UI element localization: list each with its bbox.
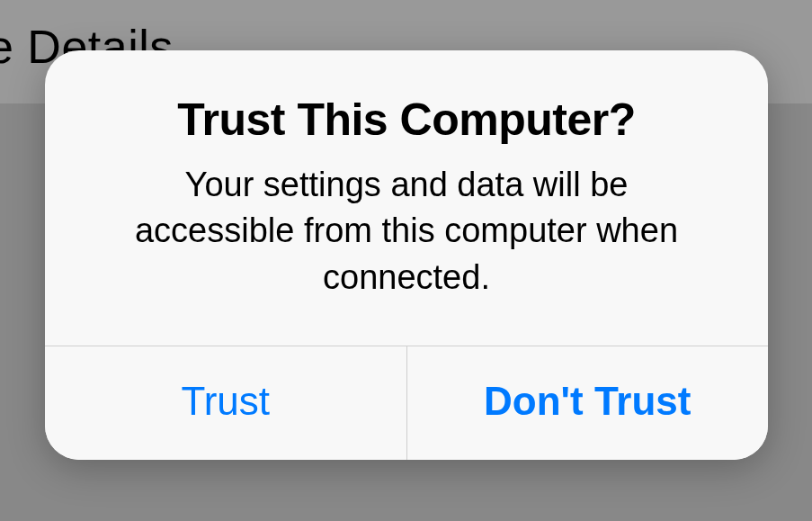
- dont-trust-button[interactable]: Don't Trust: [407, 346, 769, 460]
- trust-computer-dialog: Trust This Computer? Your settings and d…: [45, 50, 768, 460]
- trust-button[interactable]: Trust: [45, 346, 407, 460]
- dialog-title: Trust This Computer?: [106, 94, 707, 146]
- dialog-message: Your settings and data will be accessibl…: [106, 162, 707, 301]
- dialog-button-row: Trust Don't Trust: [45, 346, 768, 460]
- dialog-content: Trust This Computer? Your settings and d…: [45, 50, 768, 346]
